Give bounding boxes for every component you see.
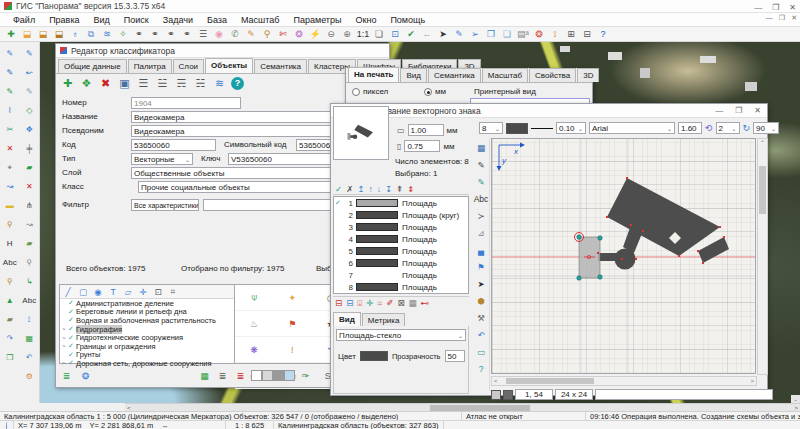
- classifier-tab[interactable]: Семантика: [254, 59, 307, 73]
- tool-icon[interactable]: ✎: [1, 82, 19, 101]
- menu-item[interactable]: Поиск: [117, 15, 156, 25]
- canvas-vscrollbar[interactable]: ⌃: [757, 138, 768, 375]
- tool-icon[interactable]: ✎: [1, 63, 19, 82]
- dialog-close-button[interactable]: ✕: [754, 106, 761, 115]
- tool-icon[interactable]: ↳: [20, 272, 38, 291]
- pen-size-dropdown[interactable]: 8⌄: [479, 122, 503, 134]
- element-list-icon[interactable]: ✗: [346, 184, 353, 194]
- sign-tool-icon[interactable]: ↶: [477, 327, 484, 342]
- element-list-icon[interactable]: ✓: [335, 184, 342, 194]
- scroll-left-icon[interactable]: <: [125, 405, 131, 411]
- classifier-toolbar-icon[interactable]: ☱: [155, 76, 170, 90]
- tool-icon[interactable]: ↝: [20, 215, 38, 234]
- view-panel-tab[interactable]: Семантика: [428, 68, 481, 82]
- color-swatch[interactable]: [506, 123, 528, 134]
- classifier-toolbar-icon[interactable]: ?: [231, 77, 244, 90]
- bottom-toolbar-icon[interactable]: ❂: [78, 369, 93, 383]
- element-row[interactable]: 6 Площадь: [334, 257, 468, 269]
- tool-icon[interactable]: ✕: [1, 139, 19, 158]
- view-toolbar-icon[interactable]: ≣: [215, 369, 230, 383]
- element-op-icon[interactable]: ⊷: [421, 298, 430, 308]
- toolbar-icon[interactable]: ⧉: [83, 28, 99, 41]
- element-list-icon[interactable]: ↧: [385, 184, 392, 194]
- toolbar-icon[interactable]: ≋: [99, 28, 115, 41]
- doc-close-button[interactable]: ✕: [791, 14, 797, 22]
- style-dropdown[interactable]: Площадь-стекло⌄: [336, 329, 466, 341]
- line-width-dropdown[interactable]: 0.10⌄: [556, 122, 586, 134]
- element-list-icon[interactable]: ↥: [357, 184, 364, 194]
- classifier-toolbar-icon[interactable]: ✖: [98, 76, 113, 90]
- toolbar-icon[interactable]: ▤ᵃ: [515, 28, 531, 41]
- mm-radio[interactable]: [424, 88, 432, 96]
- toolbar-icon[interactable]: ❂: [291, 28, 307, 41]
- sign-tool-icon[interactable]: ≻: [477, 208, 484, 223]
- map-symbol[interactable]: ♨: [235, 311, 273, 337]
- bottom-toolbar-icon[interactable]: ≣: [59, 369, 74, 383]
- map-symbol[interactable]: ❋: [235, 337, 273, 363]
- element-row[interactable]: 7 Площадь: [334, 269, 468, 281]
- status-swatch-light[interactable]: [491, 390, 501, 400]
- tool-icon[interactable]: ✥: [20, 120, 38, 139]
- filter-dropdown[interactable]: Все характеристики⌄: [131, 199, 199, 211]
- view-panel-tab[interactable]: Вид: [400, 68, 426, 82]
- geometry-type-icon[interactable]: ╱: [62, 286, 74, 297]
- tool-icon[interactable]: ⌖: [1, 158, 19, 177]
- view-panel-tab[interactable]: Свойства: [529, 68, 576, 82]
- background-swatch[interactable]: [284, 370, 295, 381]
- toolbar-icon[interactable]: ✄: [275, 28, 291, 41]
- sign-tool-icon[interactable]: ➤: [477, 276, 484, 291]
- canvas-vscrollbar-thumb[interactable]: [759, 166, 766, 214]
- geometry-type-icon[interactable]: ▱: [122, 286, 134, 297]
- tool-icon[interactable]: ↷: [1, 329, 19, 348]
- map-symbol[interactable]: ⍦: [235, 285, 273, 311]
- map-vscroll-down[interactable]: ⌄: [791, 395, 800, 403]
- element-op-icon[interactable]: ⊟: [346, 298, 353, 308]
- geometry-type-icon[interactable]: T: [107, 286, 119, 297]
- tool-icon[interactable]: ✎: [20, 44, 38, 63]
- view-panel-tab[interactable]: На печать: [348, 67, 399, 82]
- tool-icon[interactable]: ⟟: [20, 310, 38, 329]
- toolbar-icon[interactable]: ⚲: [259, 28, 275, 41]
- element-list-icon[interactable]: ↓: [377, 184, 381, 194]
- element-op-icon[interactable]: ✛: [366, 298, 373, 308]
- tool-icon[interactable]: ⚲: [1, 272, 19, 291]
- number-field[interactable]: 1904: [131, 97, 241, 109]
- pixel-radio[interactable]: [352, 88, 360, 96]
- tool-icon[interactable]: ⚲: [20, 253, 38, 272]
- width-field[interactable]: 1.00: [408, 124, 444, 136]
- element-op-icon[interactable]: ⍗: [357, 298, 362, 309]
- view-toolbar-icon[interactable]: ≣: [233, 369, 248, 383]
- tool-icon[interactable]: ▲: [1, 291, 19, 310]
- classifier-toolbar-icon[interactable]: ☰: [136, 76, 151, 90]
- sign-tool-icon[interactable]: ▭: [477, 344, 485, 359]
- view-panel-tab[interactable]: 3D: [577, 68, 599, 82]
- toolbar-icon[interactable]: ⚭: [147, 28, 163, 41]
- sign-tool-icon[interactable]: ✎: [477, 174, 484, 189]
- menu-item[interactable]: Параметры: [286, 15, 348, 25]
- type-dropdown[interactable]: Векторные⌄: [131, 153, 193, 165]
- toolbar-icon[interactable]: ❂: [531, 28, 547, 41]
- geometry-type-icon[interactable]: ◉: [92, 286, 104, 297]
- fill-color-swatch[interactable]: [360, 351, 388, 361]
- element-row[interactable]: 2 Площадь (круг): [334, 209, 468, 221]
- tool-icon[interactable]: ⚲: [1, 215, 19, 234]
- menu-item[interactable]: Файл: [6, 15, 42, 25]
- toolbar-icon[interactable]: ➤: [435, 28, 451, 41]
- tool-icon[interactable]: ◇: [20, 101, 38, 120]
- background-swatch[interactable]: [251, 370, 262, 381]
- view-panel-tab[interactable]: Масштаб: [482, 68, 528, 82]
- minimize-button[interactable]: —: [754, 3, 762, 12]
- tool-icon[interactable]: ╪: [20, 139, 38, 158]
- view-toolbar-icon[interactable]: ▦: [197, 369, 212, 383]
- toolbar-icon[interactable]: ✔: [403, 28, 419, 41]
- toolbar-icon[interactable]: ⊡: [387, 28, 403, 41]
- toolbar-icon[interactable]: ☰: [195, 28, 211, 41]
- rotate-icon[interactable]: ↻: [743, 123, 751, 133]
- dialog-minimize-button[interactable]: —: [715, 106, 723, 115]
- tool-icon[interactable]: ▰: [20, 158, 38, 177]
- menu-item[interactable]: Помощь: [383, 15, 432, 25]
- toolbar-icon[interactable]: ♁: [67, 28, 83, 41]
- tool-icon[interactable]: ✎: [1, 44, 19, 63]
- toolbar-icon[interactable]: ✧: [115, 28, 131, 41]
- sign-tool-icon[interactable]: ▄: [478, 242, 484, 257]
